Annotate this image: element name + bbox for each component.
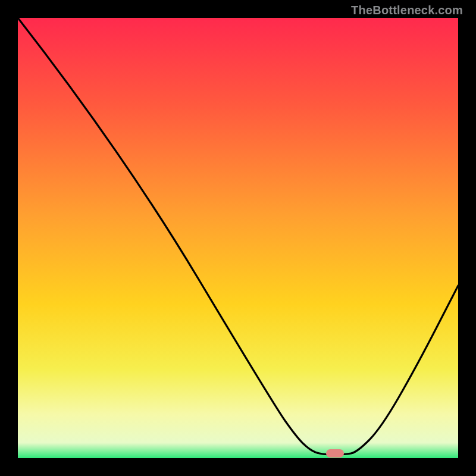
plot-area: [18, 18, 458, 458]
chart-container: TheBottleneck.com: [0, 0, 476, 476]
watermark-text: TheBottleneck.com: [351, 4, 463, 17]
optimal-marker: [326, 449, 344, 458]
chart-svg: [0, 0, 476, 476]
